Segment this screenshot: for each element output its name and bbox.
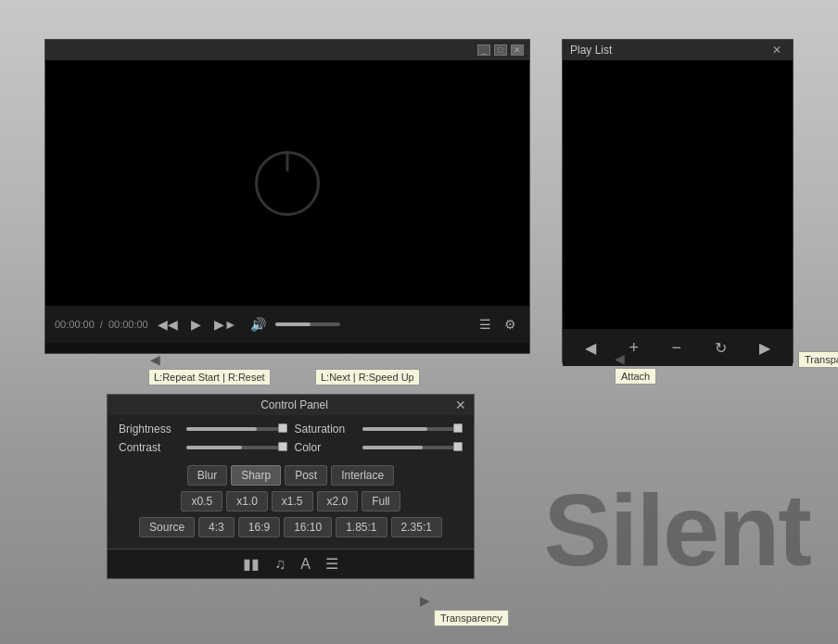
player-titlebar: _ □ ✕ <box>45 40 529 60</box>
color-label: Color <box>295 441 355 454</box>
brightness-label: Brightness <box>119 423 179 436</box>
cp-cursor-icon: ▶ <box>420 593 430 608</box>
time-current: 00:00:00 <box>55 319 95 330</box>
player-controls: 00:00:00 / 00:00:00 ◀◀ ▶ ▶► 🔊 ☰ ⚙ <box>45 306 529 343</box>
playlist-next-button[interactable]: ▶ <box>755 337 774 359</box>
saturation-slider[interactable] <box>362 427 463 431</box>
scale-05-button[interactable]: x0.5 <box>181 491 222 511</box>
sharp-button[interactable]: Sharp <box>231 465 281 486</box>
ratio-235-button[interactable]: 2.35:1 <box>391 517 442 537</box>
contrast-fill <box>186 446 242 449</box>
maximize-button[interactable]: □ <box>494 44 507 56</box>
scale-15-button[interactable]: x1.5 <box>272 491 313 511</box>
contrast-label: Contrast <box>119 441 179 454</box>
color-thumb <box>453 442 463 451</box>
ratio-buttons: Source 4:3 16:9 16:10 1.85:1 2.35:1 <box>119 517 463 537</box>
repeat-tooltip: L:Repeat Start | R:Reset <box>148 369 271 385</box>
cp-body: Brightness Contrast Saturation <box>108 415 474 549</box>
cp-footer: ▮▮ ♫ A ☰ <box>108 549 474 578</box>
contrast-slider[interactable] <box>186 446 287 449</box>
cursor-icon: ◀ <box>150 352 160 367</box>
volume-fill <box>275 322 311 326</box>
text-icon-button[interactable]: A <box>300 556 311 573</box>
cp-title: Control Panel <box>133 398 455 411</box>
playlist-prev-button[interactable]: ◀ <box>581 337 600 359</box>
playlist-add-button[interactable]: + <box>625 336 642 360</box>
time-separator: / <box>100 319 103 330</box>
cp-sliders-section: Brightness Contrast Saturation <box>119 423 463 460</box>
saturation-fill <box>362 427 428 431</box>
blur-button[interactable]: Blur <box>187 465 227 486</box>
cp-transparency-tooltip: Transparency <box>434 610 509 626</box>
brightness-row: Brightness <box>119 423 287 436</box>
color-row: Color <box>295 441 463 454</box>
time-total: 00:00:00 <box>108 319 148 330</box>
contrast-thumb <box>278 442 287 451</box>
playlist-controls: ◀ + − ↻ ▶ <box>563 329 793 366</box>
ratio-1610-button[interactable]: 16:10 <box>284 517 332 537</box>
player-window: _ □ ✕ 00:00:00 / 00:00:00 ◀◀ ▶ ▶► 🔊 ☰ ⚙ <box>44 39 530 354</box>
volume-slider[interactable] <box>275 322 340 326</box>
playlist-icon-button[interactable]: ☰ <box>325 555 338 573</box>
scale-buttons: x0.5 x1.0 x1.5 x2.0 Full <box>119 491 463 511</box>
saturation-label: Saturation <box>295 423 355 436</box>
film-icon-button[interactable]: ▮▮ <box>243 555 260 573</box>
cp-titlebar: Control Panel ✕ <box>108 395 474 415</box>
music-icon-button[interactable]: ♫ <box>274 556 286 573</box>
interlace-button[interactable]: Interlace <box>331 465 394 486</box>
power-icon <box>255 151 320 216</box>
playlist-remove-button[interactable]: − <box>668 336 686 360</box>
scale-10-button[interactable]: x1.0 <box>226 491 268 511</box>
cp-right-sliders: Saturation Color <box>295 423 463 460</box>
minimize-button[interactable]: _ <box>477 44 490 56</box>
post-button[interactable]: Post <box>285 465 327 486</box>
color-slider[interactable] <box>362 446 463 449</box>
cp-left-sliders: Brightness Contrast <box>119 423 287 460</box>
brightness-fill <box>186 427 257 431</box>
ratio-185-button[interactable]: 1.85:1 <box>336 517 387 537</box>
brightness-slider[interactable] <box>186 427 287 431</box>
saturation-row: Saturation <box>295 423 463 436</box>
playlist-title: Play List <box>570 44 612 57</box>
close-button[interactable]: ✕ <box>511 44 524 56</box>
playlist-window: Play List ✕ ◀ + − ↻ ▶ <box>562 39 794 363</box>
attach-cursor-icon: ◀ <box>615 351 625 366</box>
control-panel: Control Panel ✕ Brightness Contrast <box>107 394 475 579</box>
next-tooltip: L:Next | R:Speed Up <box>315 369 420 385</box>
play-button[interactable]: ▶ <box>187 315 205 334</box>
cp-close-button[interactable]: ✕ <box>455 398 466 412</box>
filter-buttons: Blur Sharp Post Interlace <box>119 465 463 486</box>
ratio-169-button[interactable]: 16:9 <box>238 517 280 537</box>
silent-watermark: Silent <box>544 471 811 588</box>
pl-transparency-tooltip: Transparency <box>798 351 838 368</box>
saturation-thumb <box>453 423 463 433</box>
player-screen <box>45 60 529 306</box>
settings-button[interactable]: ⚙ <box>501 315 520 334</box>
playlist-screen <box>563 60 793 329</box>
playlist-toggle-button[interactable]: ☰ <box>476 315 495 334</box>
scale-full-button[interactable]: Full <box>362 491 400 511</box>
volume-button[interactable]: 🔊 <box>247 315 270 334</box>
next-button[interactable]: ▶► <box>210 315 241 334</box>
attach-tooltip: Attach <box>615 368 656 385</box>
playlist-refresh-button[interactable]: ↻ <box>711 337 730 359</box>
brightness-thumb <box>278 423 287 433</box>
prev-button[interactable]: ◀◀ <box>154 315 182 334</box>
scale-20-button[interactable]: x2.0 <box>317 491 359 511</box>
ratio-43-button[interactable]: 4:3 <box>198 517 235 537</box>
playlist-close-button[interactable]: ✕ <box>768 42 785 58</box>
color-fill <box>362 446 423 449</box>
ratio-source-button[interactable]: Source <box>139 517 195 537</box>
playlist-titlebar: Play List ✕ <box>563 40 793 60</box>
contrast-row: Contrast <box>119 441 287 454</box>
